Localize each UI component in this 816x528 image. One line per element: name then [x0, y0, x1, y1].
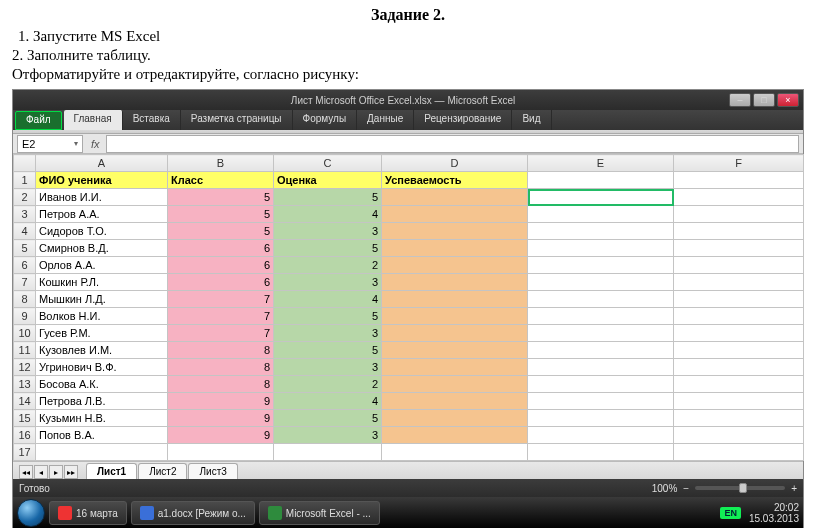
tab-insert[interactable]: Вставка — [123, 110, 181, 130]
cell[interactable] — [528, 342, 674, 359]
cell[interactable] — [674, 257, 804, 274]
cell[interactable] — [674, 291, 804, 308]
cell[interactable]: Гусев Р.М. — [36, 325, 168, 342]
taskbar-date-widget[interactable]: 16 марта — [49, 501, 127, 525]
zoom-out[interactable]: − — [683, 483, 689, 494]
tab-layout[interactable]: Разметка страницы — [181, 110, 293, 130]
tray-language[interactable]: EN — [720, 507, 741, 519]
cell[interactable] — [528, 223, 674, 240]
cell[interactable] — [674, 308, 804, 325]
cell[interactable]: 9 — [168, 393, 274, 410]
cell[interactable]: 8 — [168, 359, 274, 376]
cell[interactable]: 8 — [168, 342, 274, 359]
cell[interactable] — [382, 359, 528, 376]
row-header[interactable]: 5 — [14, 240, 36, 257]
cell[interactable]: 5 — [168, 206, 274, 223]
cell-B1[interactable]: Класс — [168, 172, 274, 189]
tray-clock[interactable]: 20:02 15.03.2013 — [749, 502, 799, 524]
col-E[interactable]: E — [528, 155, 674, 172]
cell[interactable] — [674, 206, 804, 223]
fx-label[interactable]: fx — [85, 138, 106, 150]
cell[interactable] — [528, 359, 674, 376]
cell[interactable]: Угринович В.Ф. — [36, 359, 168, 376]
cell[interactable]: 6 — [168, 240, 274, 257]
cell[interactable]: 2 — [274, 257, 382, 274]
cell[interactable]: 4 — [274, 393, 382, 410]
zoom-in[interactable]: + — [791, 483, 797, 494]
cell-E2-active[interactable] — [528, 189, 674, 206]
tab-view[interactable]: Вид — [512, 110, 551, 130]
cell[interactable]: 9 — [168, 410, 274, 427]
row-header[interactable]: 17 — [14, 444, 36, 461]
row-header[interactable]: 3 — [14, 206, 36, 223]
col-F[interactable]: F — [674, 155, 804, 172]
cell-A1[interactable]: ФИО ученика — [36, 172, 168, 189]
sheet-tab-1[interactable]: Лист1 — [86, 463, 137, 479]
cell[interactable] — [528, 376, 674, 393]
cell[interactable]: 5 — [168, 223, 274, 240]
cell[interactable] — [674, 223, 804, 240]
cell[interactable]: 6 — [168, 257, 274, 274]
cell[interactable] — [674, 427, 804, 444]
cell[interactable]: 7 — [168, 308, 274, 325]
sheet-nav-last[interactable]: ▸▸ — [64, 465, 78, 479]
cell[interactable] — [528, 427, 674, 444]
cell[interactable]: 2 — [274, 376, 382, 393]
cell[interactable] — [674, 325, 804, 342]
cell[interactable] — [382, 393, 528, 410]
cell[interactable]: Кузовлев И.М. — [36, 342, 168, 359]
sheet-tab-2[interactable]: Лист2 — [138, 463, 187, 479]
cell[interactable]: Попов В.А. — [36, 427, 168, 444]
row-header[interactable]: 12 — [14, 359, 36, 376]
cell[interactable] — [528, 274, 674, 291]
row-header[interactable]: 7 — [14, 274, 36, 291]
cell[interactable]: 9 — [168, 427, 274, 444]
cell[interactable] — [274, 444, 382, 461]
cell-C1[interactable]: Оценка — [274, 172, 382, 189]
cell[interactable] — [674, 240, 804, 257]
cell[interactable]: 5 — [274, 189, 382, 206]
name-box[interactable]: E2 ▾ — [17, 135, 83, 153]
cell[interactable]: 6 — [168, 274, 274, 291]
start-button[interactable] — [17, 499, 45, 527]
cell[interactable]: Петров А.А. — [36, 206, 168, 223]
cell[interactable] — [528, 410, 674, 427]
cell[interactable] — [382, 308, 528, 325]
cell[interactable] — [528, 240, 674, 257]
cell[interactable] — [674, 359, 804, 376]
formula-input[interactable] — [106, 135, 799, 153]
cell[interactable]: Смирнов В.Д. — [36, 240, 168, 257]
col-B[interactable]: B — [168, 155, 274, 172]
cell[interactable] — [382, 376, 528, 393]
cell[interactable]: 7 — [168, 325, 274, 342]
row-header[interactable]: 4 — [14, 223, 36, 240]
cell[interactable] — [382, 325, 528, 342]
cell[interactable]: Кошкин Р.Л. — [36, 274, 168, 291]
cell[interactable]: 5 — [168, 189, 274, 206]
select-all[interactable] — [14, 155, 36, 172]
cell[interactable] — [674, 376, 804, 393]
col-D[interactable]: D — [382, 155, 528, 172]
cell[interactable] — [36, 444, 168, 461]
cell-F1[interactable] — [674, 172, 804, 189]
cell[interactable] — [674, 393, 804, 410]
cell[interactable]: 7 — [168, 291, 274, 308]
row-header[interactable]: 8 — [14, 291, 36, 308]
cell[interactable]: Мышкин Л.Д. — [36, 291, 168, 308]
cell[interactable] — [528, 291, 674, 308]
sheet-tab-3[interactable]: Лист3 — [188, 463, 237, 479]
cell[interactable] — [382, 274, 528, 291]
row-header[interactable]: 6 — [14, 257, 36, 274]
cell[interactable] — [382, 257, 528, 274]
cell[interactable] — [382, 342, 528, 359]
cell[interactable]: Кузьмин Н.В. — [36, 410, 168, 427]
cell[interactable] — [528, 325, 674, 342]
cell[interactable]: Сидоров Т.О. — [36, 223, 168, 240]
cell[interactable]: 4 — [274, 291, 382, 308]
cell[interactable]: 4 — [274, 206, 382, 223]
cell-D1[interactable]: Успеваемость — [382, 172, 528, 189]
cell[interactable]: 5 — [274, 240, 382, 257]
cell[interactable] — [674, 274, 804, 291]
cell[interactable] — [528, 393, 674, 410]
sheet-nav-next[interactable]: ▸ — [49, 465, 63, 479]
